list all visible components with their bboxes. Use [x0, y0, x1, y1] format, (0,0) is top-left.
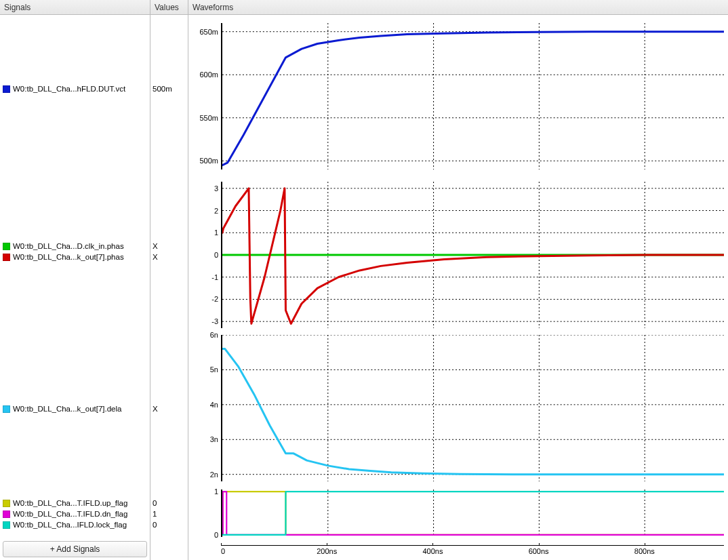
- plot-flags[interactable]: [221, 489, 724, 537]
- y-tick-label: 500m: [199, 157, 218, 165]
- signal-color-swatch: [3, 511, 10, 518]
- signal-row[interactable]: W0:tb_DLL_Cha...T.IFLD.up_flag: [3, 498, 148, 508]
- y-tick-label: 0: [214, 251, 218, 259]
- y-tick-label: 1: [214, 487, 218, 496]
- y-tick-label: 0: [214, 531, 218, 539]
- signal-color-swatch: [3, 521, 10, 529]
- y-tick-label: 2: [214, 207, 218, 215]
- plot-vctrl[interactable]: [221, 23, 724, 169]
- x-axis: 0200ns400ns600ns800ns: [221, 545, 724, 560]
- x-tick-label: 800ns: [634, 547, 655, 555]
- y-tick-label: 2n: [210, 471, 218, 479]
- series-dn_flag: [222, 492, 724, 535]
- add-signals-button[interactable]: + Add Signals: [3, 541, 147, 557]
- waveforms-header[interactable]: Waveforms: [188, 0, 728, 15]
- y-axis-delay: 2n3n4n5n6n: [188, 335, 220, 481]
- signal-color-swatch: [3, 85, 10, 93]
- signal-row[interactable]: W0:tb_DLL_Cha...T.IFLD.dn_flag: [3, 508, 148, 519]
- signal-row[interactable]: W0:tb_DLL_Cha...k_out[7].dela: [3, 403, 148, 414]
- plot-phase[interactable]: [221, 182, 724, 328]
- signal-row[interactable]: W0:tb_DLL_Cha...D.clk_in.phas: [3, 241, 148, 252]
- y-tick-label: 3: [214, 184, 218, 193]
- signal-row[interactable]: W0:tb_DLL_Cha...k_out[7].phas: [3, 252, 148, 262]
- y-tick-label: 4n: [210, 401, 218, 409]
- values-header[interactable]: Values: [150, 0, 188, 15]
- series-clk_out[7].phase: [222, 188, 724, 324]
- waveforms-body[interactable]: 500m550m600m650m-3-2-101232n3n4n5n6n0102…: [188, 15, 728, 560]
- signal-label: W0:tb_DLL_Cha...k_out[7].phas: [13, 253, 124, 261]
- y-axis-vctrl: 500m550m600m650m: [188, 23, 220, 169]
- plot-delay[interactable]: [221, 335, 724, 481]
- signal-row[interactable]: W0:tb_DLL_Cha...hFLD.DUT.vct: [3, 83, 148, 94]
- y-tick-label: 550m: [199, 114, 218, 122]
- y-tick-label: 600m: [199, 71, 218, 79]
- y-axis-phase: -3-2-10123: [188, 182, 220, 328]
- signal-row[interactable]: W0:tb_DLL_Cha...IFLD.lock_flag: [3, 519, 148, 530]
- x-tick: [432, 543, 433, 546]
- signal-color-swatch: [3, 254, 10, 261]
- x-tick: [539, 543, 540, 546]
- signal-value: X: [153, 403, 158, 414]
- signal-value: 0: [153, 498, 157, 508]
- x-tick: [327, 543, 327, 546]
- y-axis-flags: 01: [188, 489, 220, 537]
- series-clk_out[7].delay: [222, 349, 724, 475]
- y-tick-label: -3: [211, 317, 218, 325]
- y-tick-label: -2: [211, 295, 218, 303]
- signal-color-swatch: [3, 405, 10, 413]
- signal-value: 1: [153, 508, 157, 519]
- signal-value: X: [153, 241, 158, 252]
- signal-label: W0:tb_DLL_Cha...hFLD.DUT.vct: [13, 85, 125, 93]
- y-tick-label: 1: [214, 228, 218, 237]
- signal-label: W0:tb_DLL_Cha...D.clk_in.phas: [13, 242, 124, 250]
- series-DUT.vctrl: [222, 32, 724, 165]
- y-tick-label: 5n: [210, 365, 218, 374]
- signals-body: W0:tb_DLL_Cha...hFLD.DUT.vctW0:tb_DLL_Ch…: [0, 15, 150, 538]
- y-tick-label: -1: [211, 273, 218, 281]
- series-up_flag: [222, 492, 724, 535]
- signals-header[interactable]: Signals: [0, 0, 150, 15]
- signal-label: W0:tb_DLL_Cha...T.IFLD.up_flag: [13, 499, 127, 507]
- signal-value: 0: [153, 519, 157, 530]
- x-tick-label: 0: [221, 547, 225, 555]
- signals-column: Signals W0:tb_DLL_Cha...hFLD.DUT.vctW0:t…: [0, 0, 150, 560]
- signal-label: W0:tb_DLL_Cha...T.IFLD.dn_flag: [13, 510, 127, 518]
- series-lock_flag: [222, 492, 724, 535]
- signal-value: 500m: [153, 83, 172, 94]
- y-tick-label: 650m: [199, 28, 218, 36]
- x-tick: [645, 543, 645, 546]
- y-tick-label: 3n: [210, 435, 218, 443]
- values-column: Values 500mXXX010: [150, 0, 188, 560]
- app-root: Signals W0:tb_DLL_Cha...hFLD.DUT.vctW0:t…: [0, 0, 728, 560]
- x-tick: [221, 543, 222, 546]
- signal-label: W0:tb_DLL_Cha...IFLD.lock_flag: [13, 521, 127, 529]
- values-body: 500mXXX010: [150, 15, 188, 560]
- signal-label: W0:tb_DLL_Cha...k_out[7].dela: [13, 405, 121, 413]
- waveforms-column: Waveforms 500m550m600m650m-3-2-101232n3n…: [188, 0, 728, 560]
- signal-color-swatch: [3, 243, 10, 250]
- x-tick-label: 400ns: [422, 547, 443, 555]
- x-tick-label: 600ns: [529, 547, 549, 555]
- signal-color-swatch: [3, 500, 10, 507]
- x-tick-label: 200ns: [317, 547, 337, 555]
- y-tick-label: 6n: [210, 331, 218, 339]
- signal-value: X: [153, 252, 158, 262]
